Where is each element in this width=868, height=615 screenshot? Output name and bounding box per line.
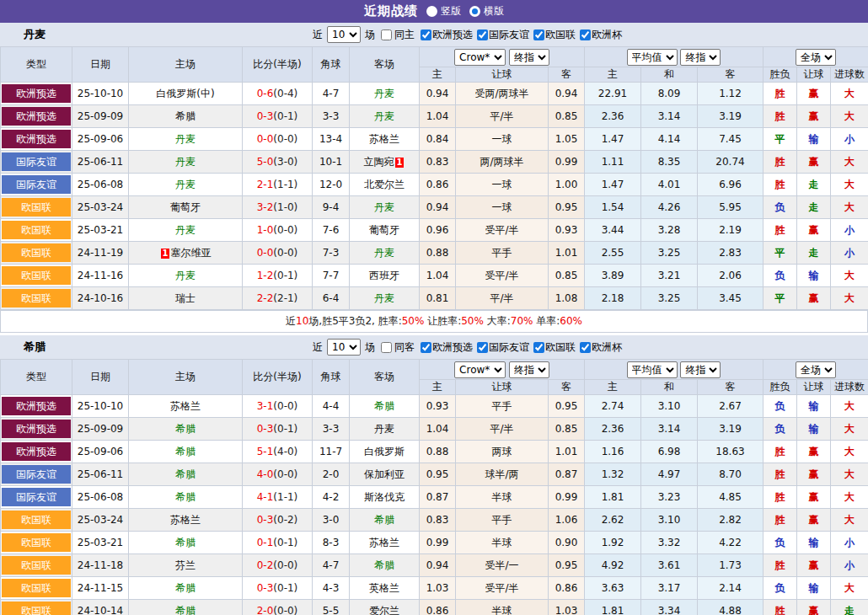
home-team-name[interactable]: 希腊 bbox=[175, 468, 196, 480]
final-odds-select[interactable]: 终指 bbox=[509, 49, 549, 66]
home-team-name[interactable]: 塞尔维亚 bbox=[170, 247, 211, 259]
competition-checkbox[interactable] bbox=[477, 29, 488, 40]
away-team-name[interactable]: 丹麦 bbox=[374, 88, 394, 99]
competition-cell: 欧洲预选 bbox=[1, 128, 72, 151]
subcol-avg-draw: 和 bbox=[641, 67, 698, 83]
home-team-name[interactable]: 希腊 bbox=[175, 537, 196, 548]
bookmaker-select[interactable]: Crow* bbox=[454, 49, 506, 66]
home-team-name[interactable]: 丹麦 bbox=[175, 133, 196, 145]
competition-filters: 欧洲预选国际友谊欧国联欧洲杯 bbox=[416, 340, 622, 355]
same-side-checkbox[interactable] bbox=[381, 29, 392, 40]
group-average: 平均值 终指 bbox=[585, 360, 764, 380]
col-date: 日期 bbox=[72, 47, 129, 83]
home-team-name[interactable]: 苏格兰 bbox=[170, 514, 201, 526]
away-team-name[interactable]: 斯洛伐克 bbox=[364, 491, 405, 503]
competition-checkbox[interactable] bbox=[477, 342, 488, 353]
competition-checkbox[interactable] bbox=[421, 342, 431, 353]
horizontal-radio-icon[interactable] bbox=[469, 6, 480, 17]
home-team-name[interactable]: 希腊 bbox=[175, 582, 196, 594]
bookmaker-select[interactable]: Crow* bbox=[454, 361, 506, 378]
final-odds-select[interactable]: 终指 bbox=[509, 361, 549, 378]
competition-filter[interactable]: 欧国联 bbox=[529, 28, 576, 42]
away-team-name[interactable]: 丹麦 bbox=[374, 201, 394, 213]
match-count-select[interactable]: 10 bbox=[327, 26, 361, 43]
average-select[interactable]: 平均值 bbox=[627, 49, 678, 66]
away-team-name[interactable]: 丹麦 bbox=[374, 292, 394, 304]
layout-horizontal-option[interactable]: 横版 bbox=[469, 4, 504, 19]
handicap-cell: 两球 bbox=[456, 441, 549, 463]
away-team-name[interactable]: 保加利亚 bbox=[364, 468, 405, 480]
home-odds-cell: 0.93 bbox=[420, 395, 456, 418]
home-team-name[interactable]: 希腊 bbox=[175, 423, 196, 435]
away-team-name[interactable]: 爱尔兰 bbox=[369, 605, 399, 615]
competition-checkbox[interactable] bbox=[421, 29, 431, 40]
away-team-name[interactable]: 苏格兰 bbox=[369, 133, 399, 145]
home-team-name[interactable]: 丹麦 bbox=[175, 179, 196, 190]
layout-vertical-option[interactable]: 竖版 bbox=[426, 4, 461, 19]
away-team-name[interactable]: 立陶宛 bbox=[364, 156, 394, 168]
scope-select[interactable]: 全场 bbox=[796, 361, 836, 378]
competition-filter[interactable]: 国际友谊 bbox=[473, 340, 529, 355]
away-team-name[interactable]: 丹麦 bbox=[374, 423, 394, 435]
final-odds-select-2[interactable]: 终指 bbox=[680, 49, 721, 66]
competition-filter[interactable]: 欧洲预选 bbox=[416, 340, 473, 355]
away-team-name[interactable]: 葡萄牙 bbox=[369, 224, 399, 236]
same-side-checkbox[interactable] bbox=[381, 342, 392, 353]
competition-filter[interactable]: 欧洲杯 bbox=[576, 340, 622, 355]
competition-filter[interactable]: 欧洲杯 bbox=[576, 28, 622, 42]
home-team-name[interactable]: 丹麦 bbox=[175, 224, 196, 236]
final-odds-select-2[interactable]: 终指 bbox=[680, 361, 721, 378]
avg-away-cell: 18.63 bbox=[698, 441, 764, 463]
competition-filter[interactable]: 欧洲预选 bbox=[416, 28, 473, 42]
away-team-name[interactable]: 苏格兰 bbox=[369, 537, 399, 548]
team-title: 希腊 bbox=[24, 340, 46, 355]
away-team-name[interactable]: 白俄罗斯 bbox=[364, 446, 405, 457]
away-team-name[interactable]: 丹麦 bbox=[374, 110, 394, 122]
home-team-name[interactable]: 希腊 bbox=[175, 446, 196, 457]
home-team-name[interactable]: 白俄罗斯(中) bbox=[156, 88, 214, 99]
home-team-name[interactable]: 丹麦 bbox=[175, 270, 196, 281]
vertical-radio-icon[interactable] bbox=[426, 6, 437, 17]
avg-home-cell: 1.16 bbox=[585, 441, 641, 463]
match-count-select[interactable]: 10 bbox=[327, 339, 361, 356]
competition-checkbox[interactable] bbox=[533, 29, 544, 40]
goals-result-cell: 大 bbox=[831, 463, 868, 486]
home-team-name[interactable]: 希腊 bbox=[175, 110, 196, 122]
home-team-name[interactable]: 芬兰 bbox=[175, 559, 196, 571]
avg-home-cell: 1.81 bbox=[585, 600, 641, 615]
competition-filter[interactable]: 国际友谊 bbox=[473, 28, 529, 42]
result-cell: 负 bbox=[764, 395, 797, 418]
home-team-name[interactable]: 希腊 bbox=[175, 605, 196, 615]
away-team-cell: 葡萄牙 bbox=[350, 219, 420, 242]
competition-badge: 欧国联 bbox=[2, 602, 71, 615]
home-team-name[interactable]: 苏格兰 bbox=[170, 400, 201, 412]
home-team-name[interactable]: 瑞士 bbox=[175, 292, 196, 304]
corner-cell: 4-7 bbox=[313, 554, 350, 577]
away-team-name[interactable]: 希腊 bbox=[374, 400, 394, 412]
goals-result-cell: 走 bbox=[831, 600, 868, 615]
home-odds-cell: 1.04 bbox=[420, 265, 456, 287]
home-team-name[interactable]: 葡萄牙 bbox=[170, 201, 201, 213]
handicap-result-cell: 输 bbox=[797, 395, 831, 418]
away-team-name[interactable]: 希腊 bbox=[374, 559, 394, 571]
handicap-result-cell: 输 bbox=[797, 418, 831, 441]
away-team-name[interactable]: 西班牙 bbox=[369, 270, 399, 281]
away-team-name[interactable]: 英格兰 bbox=[369, 582, 399, 594]
competition-filter[interactable]: 欧国联 bbox=[529, 340, 576, 355]
scope-select[interactable]: 全场 bbox=[796, 49, 836, 66]
competition-checkbox[interactable] bbox=[533, 342, 544, 353]
competition-checkbox[interactable] bbox=[580, 342, 591, 353]
away-team-name[interactable]: 丹麦 bbox=[374, 247, 394, 259]
filter-bar: 希腊 近 10 场 同客 欧洲预选国际友谊欧国联欧洲杯 bbox=[0, 335, 868, 359]
competition-checkbox[interactable] bbox=[580, 29, 591, 40]
summary-part: 50% bbox=[461, 315, 484, 327]
summary-part: 60% bbox=[560, 315, 582, 327]
average-select[interactable]: 平均值 bbox=[627, 361, 678, 378]
home-team-name[interactable]: 希腊 bbox=[175, 491, 196, 503]
away-team-name[interactable]: 希腊 bbox=[374, 514, 394, 526]
away-odds-cell: 0.93 bbox=[549, 219, 585, 242]
avg-home-cell: 2.62 bbox=[585, 509, 641, 532]
away-team-name[interactable]: 北爱尔兰 bbox=[364, 179, 405, 190]
home-team-name[interactable]: 丹麦 bbox=[175, 156, 196, 168]
fulltime-score: 2-2 bbox=[257, 292, 274, 304]
